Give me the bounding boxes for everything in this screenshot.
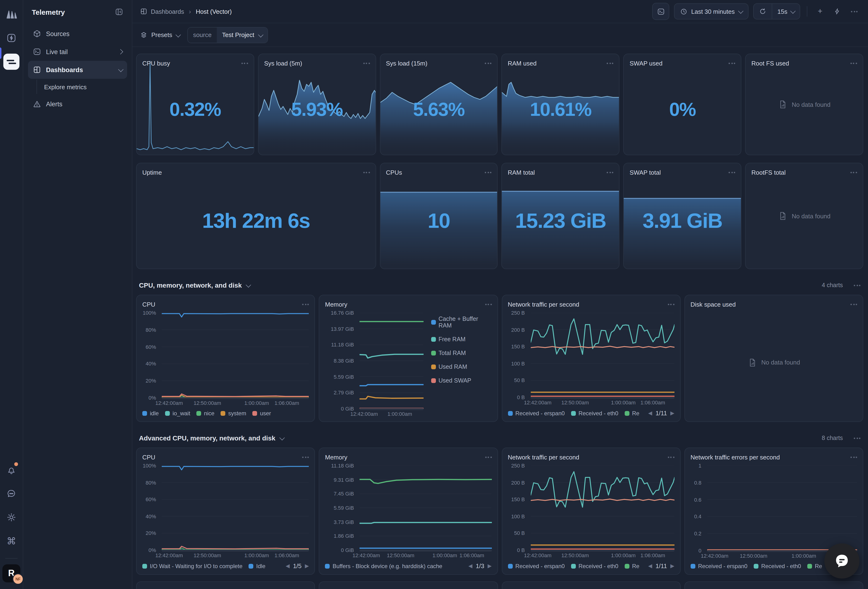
stat-value: 5.93% [258, 59, 376, 155]
more-menu-icon[interactable] [303, 455, 309, 460]
sidebar-item-live-tail[interactable]: Live tail [28, 43, 127, 61]
more-menu-icon[interactable] [850, 302, 857, 307]
more-menu-icon[interactable] [729, 170, 735, 175]
more-menu-icon[interactable] [668, 455, 675, 460]
feedback-chat-icon[interactable] [3, 485, 20, 502]
card-title: RootFS total [751, 169, 786, 176]
more-menu-icon[interactable] [854, 283, 861, 288]
y-tick-label: 0% [148, 547, 156, 553]
more-menu-icon[interactable] [363, 170, 370, 175]
alert-bolt-button[interactable] [831, 5, 843, 18]
plot-area[interactable] [530, 466, 675, 550]
section-title[interactable]: CPU, memory, network, and disk [139, 281, 242, 289]
notifications-bell-icon[interactable] [3, 461, 20, 478]
legend-item[interactable]: Re [807, 563, 822, 570]
legend-item[interactable]: Received - erspan0 [508, 563, 565, 569]
legend-pager[interactable]: ◀1/11▶ [648, 410, 675, 417]
chevron-down-icon[interactable] [246, 282, 251, 288]
refresh-interval-select[interactable]: 15s [772, 4, 800, 19]
legend-item[interactable]: Re [624, 563, 639, 569]
more-menu-icon[interactable] [850, 61, 857, 66]
sidebar-item-alerts[interactable]: Alerts [28, 95, 127, 113]
stat-value: 10.61% [502, 59, 619, 155]
source-filter[interactable]: source Test Project [187, 27, 268, 43]
legend-item[interactable]: idle [142, 410, 159, 417]
sidebar-collapse-icon[interactable] [115, 7, 123, 16]
legend-item[interactable]: Received - erspan0 [691, 563, 747, 570]
legend-item[interactable]: system [221, 410, 246, 417]
more-menu-icon[interactable] [485, 61, 492, 66]
legend-item[interactable]: Total RAM [431, 350, 492, 357]
legend-item[interactable]: Free RAM [431, 336, 492, 343]
legend-item[interactable]: Used RAM [431, 364, 492, 370]
legend-item[interactable]: Received - eth0 [571, 563, 618, 569]
sidebar-item-dashboards[interactable]: Dashboards [28, 61, 127, 79]
legend-item[interactable]: nice [196, 410, 214, 417]
more-menu-icon[interactable] [485, 170, 492, 175]
no-data-state: No data found [745, 54, 863, 155]
x-tick-label: 1:00:00am [611, 552, 636, 558]
x-axis: 12:42:00am12:50:00am1:00:00am1:06:00am [530, 397, 675, 405]
support-chat-fab[interactable] [824, 543, 859, 579]
plot-area[interactable] [162, 466, 309, 550]
telemetry-active-tile[interactable] [3, 53, 20, 70]
legend-pager[interactable]: ◀1/11▶ [648, 562, 675, 570]
chevron-down-icon [118, 67, 124, 72]
add-panel-button[interactable]: + [814, 5, 826, 18]
stat-card-sysload-15m: Sys load (15m) 5.63% [380, 54, 498, 155]
breadcrumb-dashboards[interactable]: Dashboards [140, 7, 184, 15]
dashboard-grid-icon [140, 7, 148, 15]
legend-item[interactable]: user [252, 410, 271, 417]
more-menu-icon[interactable] [241, 61, 248, 66]
theme-sun-icon[interactable] [3, 509, 20, 526]
plot-area[interactable] [360, 313, 424, 408]
more-menu-icon[interactable] [850, 455, 857, 460]
more-menu-icon[interactable] [303, 302, 309, 307]
y-tick-label: 11.18 GiB [331, 463, 354, 468]
legend-item[interactable]: Received - erspan0 [508, 410, 565, 416]
plot-area[interactable] [162, 313, 309, 398]
kiosk-terminal-button[interactable] [652, 3, 670, 20]
x-tick-label: 1:06:00am [641, 400, 665, 405]
workspace-avatar[interactable]: R NF [2, 564, 21, 582]
x-axis: 12:42:00am12:50:00am1:00:00am1:06:00am [530, 550, 675, 558]
more-menu-icon[interactable] [485, 302, 492, 307]
events-bolt-icon[interactable] [3, 30, 20, 46]
time-range-picker[interactable]: Last 30 minutes [674, 3, 749, 19]
chart-legend: Received - erspan0Received - eth0Re◀1/11… [508, 405, 675, 417]
legend-item[interactable]: Buffers - Block device (e.g. harddisk) c… [325, 563, 442, 569]
legend-pager[interactable]: ◀1/3▶ [468, 562, 492, 570]
plot-area[interactable] [707, 466, 857, 551]
shortcuts-command-icon[interactable]: ⌘ [3, 533, 20, 550]
partial-panel [502, 582, 681, 589]
presets-dropdown[interactable]: Presets [140, 31, 180, 39]
section-title[interactable]: Advanced CPU, memory, network, and disk [139, 434, 275, 442]
chevron-down-icon[interactable] [279, 435, 285, 441]
more-menu-icon[interactable] [850, 170, 857, 175]
more-menu-icon[interactable] [848, 3, 861, 19]
more-menu-icon[interactable] [607, 170, 614, 175]
plot-area[interactable] [360, 466, 492, 550]
sidebar-item-explore-metrics[interactable]: Explore metrics [37, 79, 127, 95]
more-menu-icon[interactable] [668, 302, 675, 307]
legend-item[interactable]: io_wait [165, 410, 190, 417]
refresh-button[interactable] [754, 4, 772, 19]
legend-item[interactable]: Received - eth0 [571, 410, 618, 416]
legend-item[interactable]: I/O Wait - Waiting for I/O to complete [142, 563, 242, 569]
sidebar-item-sources[interactable]: Sources [28, 25, 127, 43]
more-menu-icon[interactable] [363, 61, 370, 66]
x-tick-label: 1:06:00am [641, 552, 665, 558]
legend-item[interactable]: Re [624, 410, 639, 416]
legend-item[interactable]: Received - eth0 [754, 563, 801, 570]
more-menu-icon[interactable] [729, 61, 735, 66]
legend-item[interactable]: Idle [248, 563, 266, 569]
more-menu-icon[interactable] [607, 61, 614, 66]
legend-item[interactable]: Cache + Buffer RAM [431, 316, 492, 329]
app-logo-icon[interactable] [3, 6, 20, 23]
legend-pager[interactable]: ◀1/5▶ [286, 562, 309, 570]
more-menu-icon[interactable] [485, 455, 492, 460]
y-axis: 11.18 GiB9.31 GiB7.45 GiB5.59 GiB3.73 Gi… [325, 466, 356, 550]
plot-area[interactable] [530, 313, 675, 397]
legend-item[interactable]: Used SWAP [431, 377, 492, 384]
more-menu-icon[interactable] [854, 435, 861, 441]
